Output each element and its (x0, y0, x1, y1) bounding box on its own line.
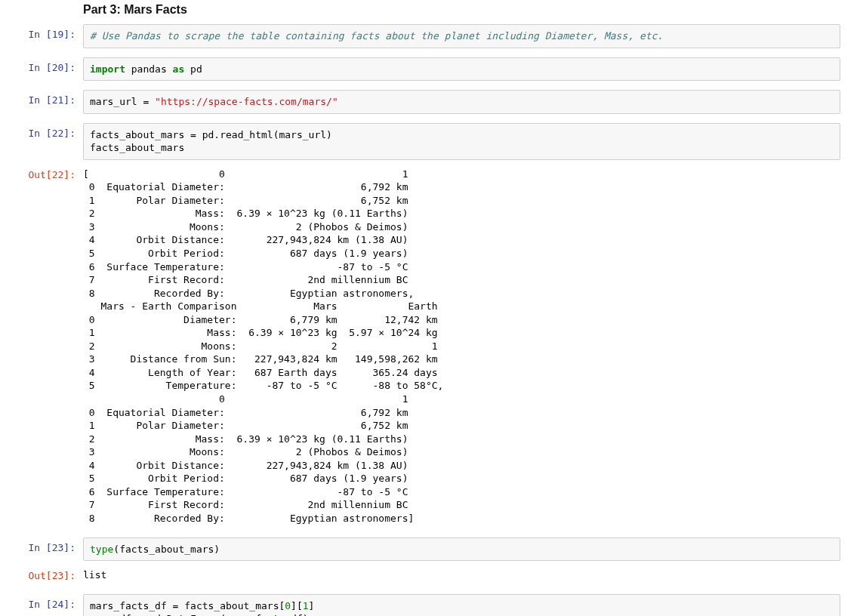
in-prompt: In [19]: (0, 24, 83, 42)
out-prompt: Out[23]: (0, 565, 83, 583)
code-output: list (83, 565, 840, 585)
code-line: facts_about_mars = pd.read_html(mars_url… (90, 129, 332, 140)
code-line: mars_facts_df = facts_about_mars[0][1] (90, 600, 314, 611)
in-prompt: In [23]: (0, 537, 83, 555)
tok-alias: pd (184, 63, 202, 75)
cell-23-in: In [23]: type(facts_about_mars) (0, 536, 863, 563)
in-prompt: In [21]: (0, 90, 83, 107)
cell-23-out: Out[23]: list (0, 564, 863, 587)
tok-string: "https://space-facts.com/mars/" (155, 96, 338, 107)
cell-21: In [21]: mars_url = "https://space-facts… (0, 88, 863, 116)
tok-module: pandas (125, 63, 173, 75)
tok-rest: (facts_about_mars) (113, 544, 220, 555)
section-heading: Part 3: Mars Facts (0, 0, 863, 23)
tok-import: import (90, 63, 125, 75)
cell-22-in: In [22]: facts_about_mars = pd.read_html… (0, 122, 863, 162)
tok-lhs: mars_url = (90, 96, 155, 107)
code-line: mars df = pd.DataFrame(mars facts df) (90, 613, 309, 616)
tok-as: as (173, 63, 185, 75)
code-input[interactable]: type(facts_about_mars) (83, 537, 840, 562)
cell-19: In [19]: # Use Pandas to scrape the tabl… (0, 23, 863, 50)
code-input[interactable]: import pandas as pd (83, 57, 840, 82)
notebook: Part 3: Mars Facts In [19]: # Use Pandas… (0, 0, 863, 616)
in-prompt: In [22]: (0, 123, 83, 140)
code-input[interactable]: mars_facts_df = facts_about_mars[0][1] m… (83, 594, 840, 616)
in-prompt: In [24]: (0, 594, 83, 611)
code-input[interactable]: # Use Pandas to scrape the table contain… (83, 24, 840, 48)
code-line: facts_about_mars (90, 142, 184, 153)
code-comment: # Use Pandas to scrape the table contain… (90, 30, 663, 42)
code-input[interactable]: mars_url = "https://space-facts.com/mars… (83, 90, 840, 114)
in-prompt: In [20]: (0, 57, 83, 75)
tok-builtin: type (90, 544, 113, 555)
cell-20: In [20]: import pandas as pd (0, 56, 863, 83)
cell-22-out: Out[22]: [ 0 1 0 Equatorial Diameter: 6,… (0, 163, 863, 530)
out-prompt: Out[22]: (0, 165, 83, 182)
code-output: [ 0 1 0 Equatorial Diameter: 6,792 km 1 … (83, 165, 840, 528)
code-input[interactable]: facts_about_mars = pd.read_html(mars_url… (83, 123, 840, 160)
cell-24: In [24]: mars_facts_df = facts_about_mar… (0, 593, 863, 616)
